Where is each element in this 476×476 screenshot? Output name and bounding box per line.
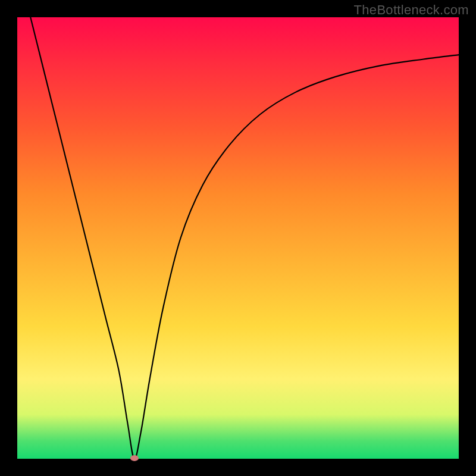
- bottleneck-curve: [17, 17, 459, 459]
- minimum-marker: [130, 455, 139, 461]
- watermark-text: TheBottleneck.com: [354, 2, 469, 18]
- plot-area: [17, 17, 459, 459]
- chart-frame: TheBottleneck.com: [0, 0, 476, 476]
